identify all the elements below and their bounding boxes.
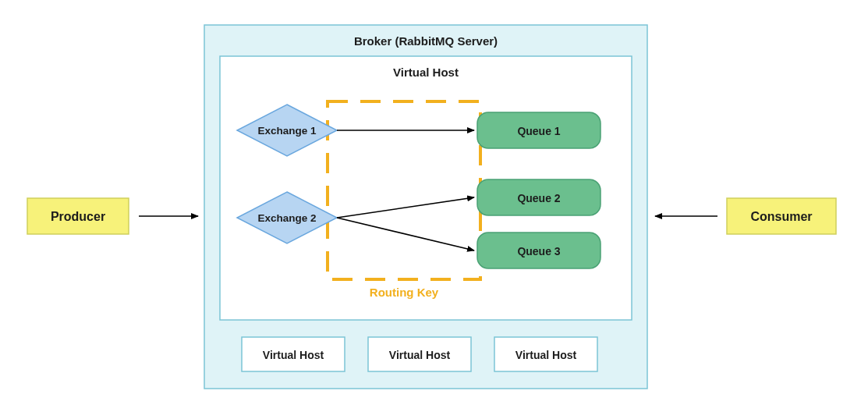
producer-label: Producer — [51, 210, 105, 223]
virtual-host-small-2-label: Virtual Host — [389, 349, 451, 361]
routing-key-label: Routing Key — [370, 286, 439, 299]
producer-box: Producer — [27, 198, 129, 234]
queue-1-label: Queue 1 — [517, 125, 560, 137]
diagram-canvas: Broker (RabbitMQ Server) Virtual Host Ro… — [0, 0, 868, 412]
queue-2: Queue 2 — [477, 179, 601, 215]
queue-3-label: Queue 3 — [517, 245, 560, 258]
virtual-host-main-label: Virtual Host — [393, 66, 459, 79]
queue-1: Queue 1 — [477, 112, 601, 148]
virtual-host-small-3: Virtual Host — [494, 337, 597, 371]
consumer-box: Consumer — [727, 198, 836, 234]
queue-2-label: Queue 2 — [517, 192, 560, 204]
virtual-host-small-3-label: Virtual Host — [515, 349, 577, 361]
virtual-host-small-2: Virtual Host — [368, 337, 471, 371]
exchange-1-label: Exchange 1 — [257, 125, 317, 137]
consumer-label: Consumer — [750, 210, 812, 223]
queue-3: Queue 3 — [477, 233, 601, 268]
virtual-host-small-1: Virtual Host — [242, 337, 345, 371]
broker-title: Broker (RabbitMQ Server) — [354, 34, 498, 48]
exchange-2-label: Exchange 2 — [257, 212, 316, 224]
virtual-host-small-1-label: Virtual Host — [263, 349, 324, 361]
